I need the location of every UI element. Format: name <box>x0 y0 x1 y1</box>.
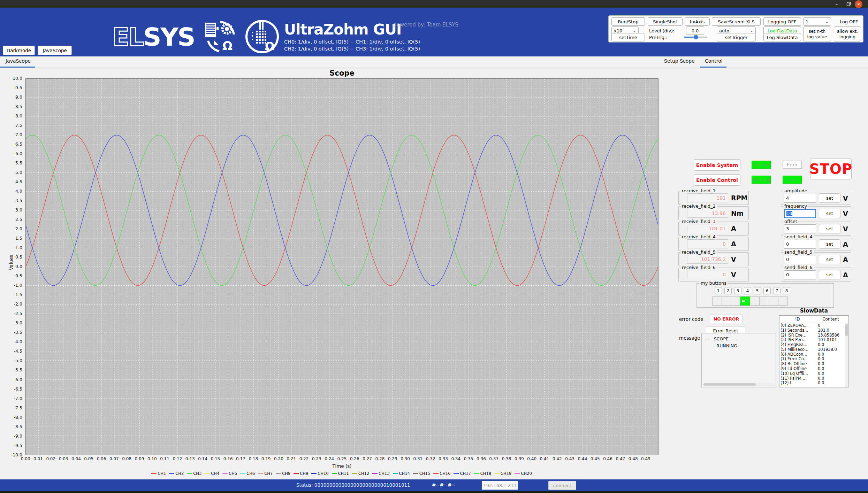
slowdata-row[interactable]: (2) ISR Exe... 13.858586 <box>779 333 848 338</box>
single-shot-button[interactable]: SingleShot <box>648 17 683 26</box>
slider-track-empty <box>698 37 707 38</box>
slowdata-cell-id: (11) PsiPM ... <box>779 376 818 381</box>
send-field-label: send_field_5 <box>783 249 814 255</box>
slider-thumb[interactable] <box>694 35 698 39</box>
send-field-unit: A <box>843 256 848 263</box>
enable-control-button[interactable]: Enable Control <box>694 174 740 186</box>
ip-address-input[interactable]: 192.168.1.233 <box>482 481 518 490</box>
send-field-input[interactable]: 0 <box>784 270 816 279</box>
receive-field-group: receive_field_3 101.01 A <box>678 222 749 236</box>
my-button[interactable]: 8 <box>783 287 790 294</box>
slowdata-row[interactable]: (4) FreqRea... 0.0 <box>779 342 848 347</box>
x-axis-label: Time (s) <box>25 463 658 469</box>
machine-gear-logo-icon: Ω <box>203 19 238 54</box>
allow-ext-logging-button[interactable]: allow ext.logging <box>834 26 861 41</box>
my-button[interactable]: 4 <box>744 287 751 294</box>
legend-label: CH15 <box>419 471 430 476</box>
send-field-unit: V <box>843 194 848 202</box>
tab-control[interactable]: Control <box>705 58 723 64</box>
pretrig-slider[interactable] <box>684 35 707 39</box>
set-button[interactable]: set <box>819 255 840 264</box>
slowdata-column-id: ID <box>779 317 816 322</box>
x-tick-label: 0.28 <box>374 456 386 461</box>
slowdata-row[interactable]: (7) Error Co... 0.0 <box>779 357 848 362</box>
my-button[interactable]: 2 <box>724 287 732 294</box>
trigger-mode-value: auto <box>719 28 729 33</box>
send-field-input[interactable]: 10 <box>784 209 816 218</box>
tab-javascope[interactable]: JavaScope <box>6 58 31 64</box>
set-button[interactable]: set <box>819 239 840 249</box>
send-field-input[interactable]: 0 <box>784 240 816 249</box>
minimize-button[interactable]: – <box>833 0 840 7</box>
send-field-label: offset <box>783 219 798 224</box>
my-button[interactable]: 7 <box>773 287 781 294</box>
slowdata-row[interactable]: (12) I 0.0 <box>779 381 848 386</box>
darkmode-button[interactable]: Darkmode <box>3 46 35 55</box>
y-tick-label: 1.0 <box>0 245 24 250</box>
set-button[interactable]: set <box>819 224 840 233</box>
send-field-input[interactable]: 0 <box>784 255 816 264</box>
restore-button[interactable] <box>845 0 852 7</box>
slowdata-row[interactable]: (0) ZEROVA... 0 <box>779 323 848 328</box>
my-button[interactable]: 3 <box>734 287 741 294</box>
scrollbar-thumb[interactable] <box>703 383 756 386</box>
my-button[interactable]: 5 <box>754 287 761 294</box>
my-button-indicator <box>759 296 769 306</box>
y-tick-label: 7.5 <box>0 123 24 128</box>
y-tick-label: -1.5 <box>0 292 24 297</box>
error-code-label: error code <box>679 316 703 322</box>
legend-label: CH5 <box>229 471 237 476</box>
javascope-button[interactable]: JavaScope <box>38 46 72 55</box>
scrollbar-thumb[interactable] <box>845 324 848 336</box>
set-time-button[interactable]: setTime <box>611 33 645 41</box>
set-button[interactable]: set <box>819 193 840 203</box>
slowdata-row[interactable]: (6) ADCcon... 0.0 <box>779 352 848 357</box>
slowdata-row[interactable]: (3) ISR Peri... 101.0101 <box>779 337 848 342</box>
set-button[interactable]: set <box>819 209 840 218</box>
my-button[interactable]: 1 <box>715 287 722 294</box>
slowdata-row[interactable]: (9) Ld Offline 0.0 <box>779 366 848 371</box>
fix-axis-button[interactable]: fixAxis <box>685 17 710 26</box>
log-slowdata-button[interactable]: Log SlowData <box>763 33 801 41</box>
legend-color-dash <box>240 473 245 474</box>
nth-log-select[interactable]: 1⌄ <box>803 17 831 26</box>
user-indicator: User <box>783 176 802 184</box>
send-field-group: send_field_5 0 set A <box>781 252 851 266</box>
slowdata-vertical-scrollbar[interactable] <box>845 323 848 387</box>
enable-system-button[interactable]: Enable System <box>694 159 740 171</box>
close-button[interactable]: ✕ <box>855 0 862 8</box>
slowdata-row[interactable]: (5) Milliseco... 101938.0 <box>779 347 848 352</box>
stop-button[interactable]: STOP <box>810 159 852 179</box>
run-stop-button[interactable]: Run/Stop <box>611 17 645 26</box>
slowdata-row[interactable]: (1) Seconds... 101.0 <box>779 328 848 333</box>
slowdata-row[interactable]: (11) PsiPM ... 0.0 <box>779 376 848 381</box>
y-tick-label: 0.5 <box>0 255 24 260</box>
slowdata-table: ID Content (0) ZEROVA... 0 (1) Seconds..… <box>779 315 849 387</box>
application-window: – ✕ ELSYS Ω <box>0 0 868 493</box>
slowdata-row[interactable]: (8) Rs Offline 0.0 <box>779 361 848 366</box>
slowdata-row[interactable]: (10) Lq Offli... 0.0 <box>779 371 848 376</box>
x-tick-label: 0.04 <box>70 456 82 461</box>
y-tick-label: -5.5 <box>0 368 24 372</box>
message-horizontal-scrollbar[interactable] <box>703 383 775 386</box>
x-tick-label: 0.39 <box>513 456 525 461</box>
legend-label: CH8 <box>282 471 290 476</box>
tab-setup-scope[interactable]: Setup Scope <box>664 58 695 64</box>
legend-label: CH10 <box>318 471 328 476</box>
send-field-input[interactable]: 4 <box>784 194 816 203</box>
y-axis-ticks: 10.09.59.08.58.07.57.06.56.05.55.04.54.0… <box>0 76 24 457</box>
save-screen-button[interactable]: SaveScreen XLS <box>712 17 761 26</box>
legend-label: CH7 <box>264 471 273 476</box>
my-button[interactable]: 6 <box>763 287 771 294</box>
y-tick-label: -2.0 <box>0 302 24 307</box>
set-nth-log-button[interactable]: set n-thlog value <box>803 26 831 41</box>
level-input[interactable]: 0.0 <box>686 26 704 35</box>
receive-field-label: receive_field_4 <box>681 234 717 239</box>
send-field-input[interactable]: 3 <box>784 224 816 233</box>
logging-off-button[interactable]: Logging OFF <box>763 17 801 26</box>
connect-button[interactable]: connect <box>548 481 576 490</box>
y-tick-label: -7.5 <box>0 406 24 410</box>
set-trigger-button[interactable]: setTrigger <box>717 33 756 41</box>
scope-plot[interactable] <box>25 78 658 455</box>
set-button[interactable]: set <box>819 270 840 279</box>
